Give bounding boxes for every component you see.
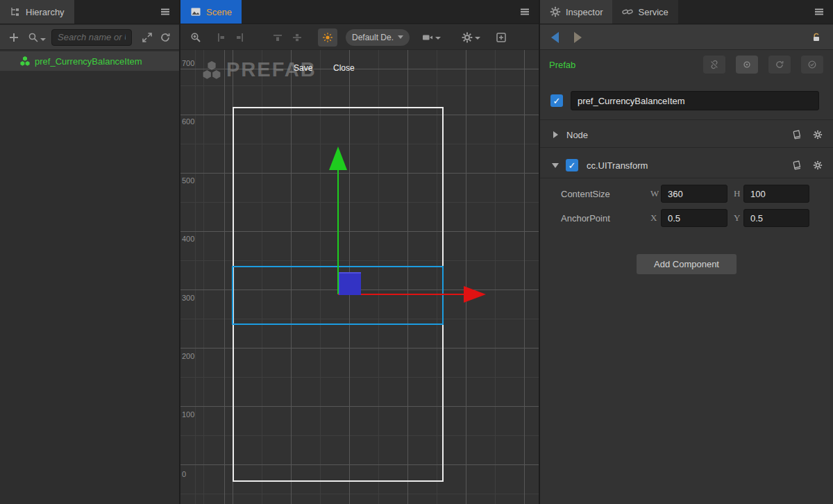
prefab-close-button[interactable]: Close: [333, 63, 355, 73]
node-name-input[interactable]: [571, 91, 819, 110]
align-right-icon[interactable]: [235, 32, 246, 43]
inspector-toolbar: [540, 25, 833, 50]
scene-menu-icon[interactable]: [511, 0, 539, 24]
inspector-gear-icon: [550, 6, 561, 17]
content-size-h-input[interactable]: [743, 185, 809, 203]
ruler-label-500: 500: [182, 176, 200, 185]
tab-hierarchy[interactable]: Hierarchy: [0, 0, 74, 24]
camera-icon[interactable]: [422, 32, 433, 43]
node-expand-icon[interactable]: [553, 131, 558, 138]
camera-caret-icon[interactable]: [435, 37, 441, 40]
ruler-label-400: 400: [182, 235, 200, 243]
anchor-point-y-prefix: Y: [734, 212, 740, 224]
zoom-tool-icon[interactable]: [190, 32, 201, 43]
add-component-button[interactable]: Add Component: [637, 254, 737, 274]
scene-tabbar-space: [242, 0, 511, 24]
camera-preset-caret-icon: [398, 35, 403, 39]
hierarchy-item-prefab-root[interactable]: pref_CurrencyBalanceItem: [0, 51, 179, 71]
node-docs-icon[interactable]: [791, 129, 802, 140]
anchor-point-x-input[interactable]: [661, 209, 727, 227]
anchor-point-row: AnchorPoint X Y: [540, 209, 833, 227]
hierarchy-tabbar: Hierarchy: [0, 0, 179, 24]
nav-forward-icon[interactable]: [574, 32, 582, 43]
axis-x-arrowhead-icon[interactable]: [464, 286, 486, 303]
refresh-icon[interactable]: [160, 32, 171, 43]
hierarchy-toolbar: [0, 25, 179, 50]
node-settings-gear-icon[interactable]: [812, 129, 823, 140]
prefab-label: Prefab: [549, 60, 575, 70]
expand-all-icon[interactable]: [142, 32, 153, 43]
camera-preset-value: Default De...: [352, 33, 394, 42]
node-name-row: ✓: [540, 91, 833, 110]
ruler-label-300: 300: [182, 294, 200, 302]
uitransform-settings-gear-icon[interactable]: [812, 160, 823, 171]
tab-service-label: Service: [638, 7, 668, 17]
gizmo-light-button[interactable]: [318, 28, 337, 47]
align-left-icon[interactable]: [215, 32, 226, 43]
prefab-header-row: Prefab: [540, 54, 833, 75]
uitransform-docs-icon[interactable]: [791, 160, 802, 171]
tab-scene[interactable]: Scene: [180, 0, 242, 24]
ruler-label-100: 100: [182, 410, 200, 419]
uitransform-section-row[interactable]: ✓ cc.UITransform: [540, 154, 833, 176]
hierarchy-menu-icon[interactable]: [151, 0, 179, 24]
layout-grid-icon[interactable]: [496, 32, 507, 43]
uitransform-collapse-icon[interactable]: [552, 163, 559, 168]
anchor-point-y-input[interactable]: [743, 209, 809, 227]
node-origin-cube[interactable]: [339, 272, 361, 295]
hierarchy-tabbar-space: [74, 0, 151, 24]
hierarchy-tree-icon: [10, 6, 21, 17]
inspector-panel: Inspector Service Prefab: [540, 0, 833, 504]
inspector-tabbar: Inspector Service: [540, 0, 833, 24]
tab-inspector-label: Inspector: [566, 7, 603, 17]
inspector-menu-icon[interactable]: [805, 0, 833, 24]
node-section-label: Node: [566, 130, 588, 140]
uitransform-enabled-checkbox[interactable]: ✓: [566, 159, 578, 171]
content-size-row: ContentSize W H: [540, 185, 833, 203]
prefab-unlink-button[interactable]: [703, 56, 725, 74]
separator: [540, 147, 833, 148]
anchor-point-x-prefix: X: [650, 212, 657, 224]
separator: [540, 178, 833, 178]
content-size-w-prefix: W: [650, 188, 659, 199]
prefab-apply-button[interactable]: [801, 56, 823, 74]
scene-viewport[interactable]: 700 600 500 400 300 200 100 0 PREFAB Sav…: [180, 50, 539, 504]
prefab-locate-button[interactable]: [736, 56, 758, 74]
search-input[interactable]: [51, 29, 132, 46]
separator: [540, 119, 833, 120]
search-filter-caret-icon[interactable]: [40, 38, 46, 41]
align-top-icon[interactable]: [272, 32, 283, 43]
hierarchy-panel: Hierarchy pref_CurrencyBalan: [0, 0, 179, 504]
ruler-label-700: 700: [182, 59, 200, 67]
scene-gear-caret-icon[interactable]: [475, 37, 480, 40]
tab-hierarchy-label: Hierarchy: [26, 7, 65, 17]
service-link-icon: [622, 6, 633, 17]
tab-inspector[interactable]: Inspector: [540, 0, 612, 24]
camera-preset-dropdown[interactable]: Default De...: [346, 29, 410, 46]
anchor-point-label: AnchorPoint: [561, 213, 610, 224]
create-node-icon[interactable]: [8, 32, 19, 43]
ruler-label-200: 200: [182, 352, 200, 360]
search-filter-icon[interactable]: [28, 32, 39, 43]
hierarchy-item-label: pref_CurrencyBalanceItem: [35, 56, 142, 67]
tab-service[interactable]: Service: [612, 0, 678, 24]
align-center-icon[interactable]: [292, 32, 303, 43]
unlock-icon[interactable]: [811, 32, 822, 43]
node-active-checkbox[interactable]: ✓: [550, 94, 563, 107]
scene-tabbar: Scene: [180, 0, 539, 24]
prefab-reset-button[interactable]: [768, 56, 791, 74]
content-size-w-input[interactable]: [661, 185, 727, 203]
prefab-save-button[interactable]: Save: [294, 63, 312, 73]
scene-gear-icon[interactable]: [462, 32, 473, 43]
prefab-watermark-cube-icon: [201, 60, 222, 81]
scene-toolbar: Default De...: [180, 25, 539, 50]
uitransform-label: cc.UITransform: [587, 160, 648, 171]
light-icon: [322, 32, 333, 43]
scene-panel: Scene: [180, 0, 539, 504]
content-size-label: ContentSize: [561, 189, 610, 199]
tab-scene-label: Scene: [206, 7, 232, 17]
nav-back-icon[interactable]: [551, 32, 559, 43]
inspector-tabbar-space: [678, 0, 805, 24]
axis-y-arrowhead-icon[interactable]: [329, 146, 347, 170]
node-section-row[interactable]: Node: [540, 124, 833, 146]
